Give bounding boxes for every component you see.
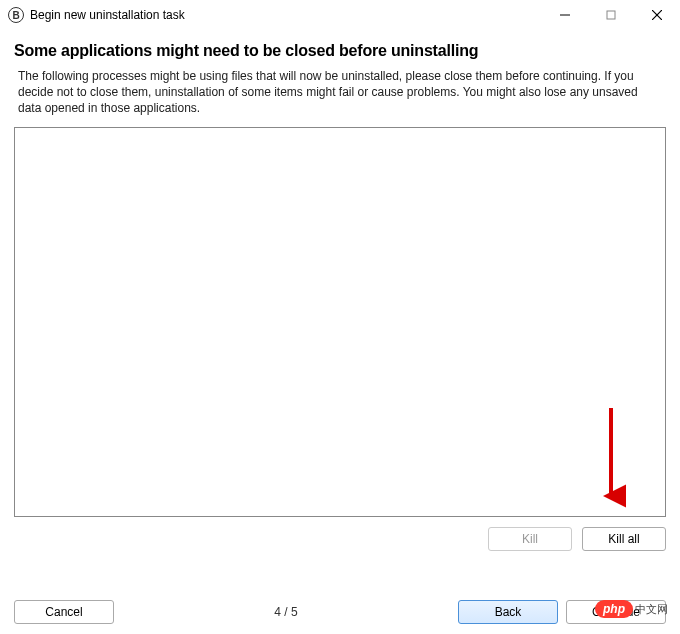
- app-icon: B: [8, 7, 24, 23]
- cancel-button[interactable]: Cancel: [14, 600, 114, 624]
- footer: Cancel 4 / 5 Back Continue: [0, 600, 680, 624]
- window-controls: [542, 0, 680, 30]
- kill-button[interactable]: Kill: [488, 527, 572, 551]
- kill-all-button[interactable]: Kill all: [582, 527, 666, 551]
- titlebar: B Begin new uninstallation task: [0, 0, 680, 30]
- svg-rect-1: [607, 11, 615, 19]
- continue-button[interactable]: Continue: [566, 600, 666, 624]
- window-title: Begin new uninstallation task: [30, 8, 185, 22]
- step-progress: 4 / 5: [122, 605, 450, 619]
- page-description: The following processes might be using f…: [18, 68, 662, 117]
- minimize-button[interactable]: [542, 0, 588, 30]
- content-area: Some applications might need to be close…: [0, 42, 680, 517]
- process-listbox[interactable]: [14, 127, 666, 517]
- page-heading: Some applications might need to be close…: [14, 42, 666, 60]
- kill-button-row: Kill Kill all: [0, 527, 680, 551]
- back-button[interactable]: Back: [458, 600, 558, 624]
- maximize-button[interactable]: [588, 0, 634, 30]
- close-button[interactable]: [634, 0, 680, 30]
